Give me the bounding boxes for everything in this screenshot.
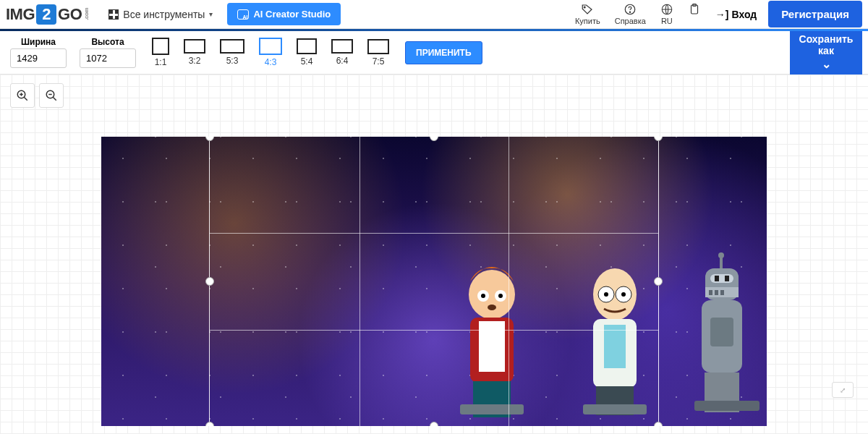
width-input[interactable] bbox=[10, 48, 67, 68]
aspect-ratio-5-3[interactable]: 5:3 bbox=[213, 39, 252, 66]
globe-icon bbox=[660, 3, 673, 16]
svg-point-2 bbox=[630, 12, 631, 12]
ratio-box-icon bbox=[331, 39, 353, 54]
tag-icon bbox=[581, 3, 594, 16]
chevron-down-icon: ⌄ bbox=[822, 58, 831, 71]
ratio-label: 5:3 bbox=[226, 56, 239, 66]
svg-rect-43 bbox=[710, 318, 733, 346]
grid-icon bbox=[109, 9, 119, 20]
ratio-box-icon bbox=[259, 38, 282, 55]
chevron-down-icon: ▾ bbox=[209, 10, 213, 18]
crop-handle-br[interactable] bbox=[654, 422, 663, 426]
zoom-in-button[interactable] bbox=[10, 83, 35, 108]
ratio-box-icon bbox=[184, 39, 205, 54]
expand-button[interactable]: ⤢ bbox=[832, 382, 854, 398]
svg-line-7 bbox=[24, 97, 27, 101]
aspect-ratio-6-4[interactable]: 6:4 bbox=[324, 39, 360, 66]
ratio-label: 6:4 bbox=[336, 56, 349, 66]
crop-handle-ml[interactable] bbox=[205, 277, 214, 286]
ai-creator-studio-button[interactable]: AI Creator Studio bbox=[227, 3, 341, 25]
logo-part1: IMG bbox=[6, 5, 35, 24]
aspect-ratio-7-5[interactable]: 7:5 bbox=[360, 39, 396, 67]
ratio-box-icon bbox=[152, 38, 169, 55]
register-button[interactable]: Регистрация bbox=[768, 1, 862, 27]
height-input[interactable] bbox=[80, 48, 136, 68]
svg-rect-45 bbox=[694, 401, 760, 411]
zoom-in-icon bbox=[16, 89, 29, 102]
expand-icon: ⤢ bbox=[840, 386, 846, 394]
help-link[interactable]: Справка bbox=[608, 3, 653, 25]
logo-part2: GO bbox=[58, 5, 82, 24]
zoom-out-icon bbox=[45, 89, 58, 102]
clipboard-button[interactable] bbox=[681, 3, 708, 25]
zoom-controls bbox=[10, 83, 64, 108]
crop-toolbar: Ширина Высота 1:13:25:34:35:46:47:5 ПРИМ… bbox=[0, 31, 868, 75]
svg-rect-37 bbox=[715, 290, 718, 295]
character-3 bbox=[680, 252, 767, 426]
ratio-label: 3:2 bbox=[189, 56, 201, 66]
help-icon bbox=[624, 3, 637, 16]
help-label: Справка bbox=[615, 17, 646, 25]
zoom-out-button[interactable] bbox=[39, 83, 64, 108]
all-tools-dropdown[interactable]: Все инструменты ▾ bbox=[101, 4, 220, 25]
crop-handle-bl[interactable] bbox=[205, 422, 214, 426]
ai-studio-label: AI Creator Studio bbox=[253, 9, 331, 20]
svg-rect-38 bbox=[720, 290, 724, 295]
svg-point-33 bbox=[718, 252, 724, 258]
save-line2: как bbox=[818, 45, 834, 56]
crop-selection[interactable] bbox=[210, 137, 658, 426]
login-button[interactable]: →] Вход bbox=[708, 4, 764, 25]
svg-point-0 bbox=[584, 7, 586, 8]
ratio-box-icon bbox=[367, 39, 389, 54]
svg-rect-36 bbox=[709, 290, 712, 295]
logo[interactable]: IMG 2 GO .com bbox=[6, 4, 90, 25]
language-switcher[interactable]: RU bbox=[653, 3, 681, 25]
clipboard-spacer bbox=[693, 17, 695, 25]
login-arrow-icon: →] bbox=[715, 9, 729, 20]
svg-rect-32 bbox=[720, 257, 723, 268]
logo-suffix: .com bbox=[83, 8, 90, 20]
height-label: Высота bbox=[91, 37, 124, 47]
crop-handle-mr[interactable] bbox=[654, 277, 663, 286]
app-header: IMG 2 GO .com Все инструменты ▾ AI Creat… bbox=[0, 0, 868, 29]
width-group: Ширина bbox=[6, 37, 71, 68]
ratio-label: 1:1 bbox=[155, 57, 167, 67]
buy-label: Купить bbox=[575, 17, 600, 25]
image-preview[interactable] bbox=[101, 137, 767, 426]
aspect-ratio-3-2[interactable]: 3:2 bbox=[176, 39, 213, 66]
ratio-label: 4:3 bbox=[265, 57, 277, 67]
login-label: Вход bbox=[732, 9, 757, 20]
logo-mid: 2 bbox=[36, 4, 56, 25]
svg-rect-40 bbox=[715, 276, 719, 281]
aspect-ratio-5-4[interactable]: 5:4 bbox=[289, 38, 324, 67]
ratio-label: 7:5 bbox=[373, 56, 385, 67]
crop-handle-tm[interactable] bbox=[430, 137, 438, 141]
svg-line-11 bbox=[53, 97, 56, 101]
buy-link[interactable]: Купить bbox=[568, 3, 608, 25]
save-line1: Сохранить bbox=[799, 33, 854, 45]
save-as-button[interactable]: Сохранить как ⌄ bbox=[790, 31, 862, 75]
crop-grid-line bbox=[210, 233, 658, 234]
height-group: Высота bbox=[75, 37, 140, 68]
width-label: Ширина bbox=[21, 37, 56, 47]
svg-rect-41 bbox=[725, 276, 729, 281]
aspect-ratio-4-3[interactable]: 4:3 bbox=[252, 38, 289, 67]
svg-rect-39 bbox=[710, 274, 733, 283]
clipboard-icon bbox=[688, 3, 701, 16]
ai-icon bbox=[237, 9, 249, 20]
ratio-label: 5:4 bbox=[301, 56, 313, 67]
editor-canvas: ⤢ bbox=[0, 75, 868, 434]
crop-handle-bm[interactable] bbox=[430, 422, 438, 426]
ratio-box-icon bbox=[297, 38, 317, 54]
language-label: RU bbox=[661, 17, 673, 25]
crop-grid-line bbox=[210, 330, 658, 331]
crop-grid-line bbox=[359, 137, 360, 426]
ratio-box-icon bbox=[220, 39, 244, 54]
all-tools-label: Все инструменты bbox=[123, 9, 205, 20]
crop-grid-line bbox=[509, 137, 509, 426]
aspect-ratio-1-1[interactable]: 1:1 bbox=[145, 38, 176, 67]
apply-button[interactable]: ПРИМЕНИТЬ bbox=[405, 41, 482, 64]
